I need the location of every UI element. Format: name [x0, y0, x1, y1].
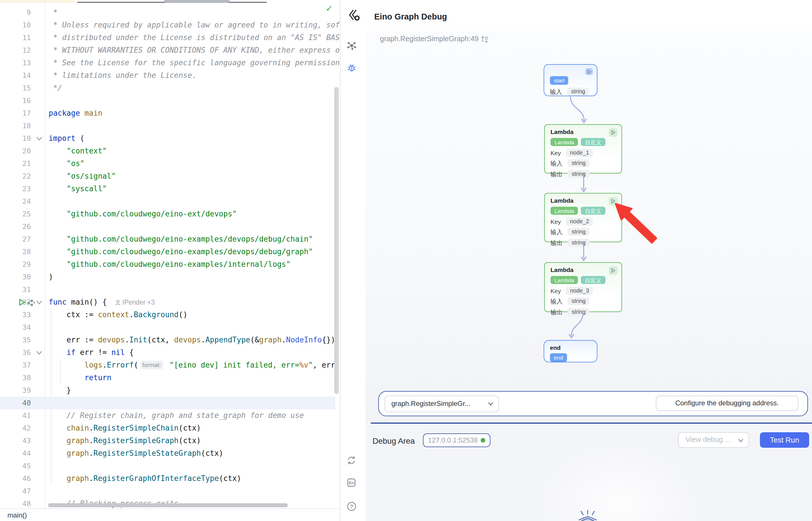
node-play-button[interactable]	[609, 266, 617, 275]
code-line[interactable]: 28 "github.com/cloudwego/eino-examples/d…	[0, 246, 335, 258]
configure-address-button[interactable]: Configure the debugging address.	[656, 395, 798, 411]
node-play-button[interactable]	[609, 128, 617, 137]
profiler-icon[interactable]	[27, 299, 35, 306]
code-line[interactable]: 16	[0, 94, 335, 107]
code-line[interactable]: 30)	[0, 271, 335, 284]
graph-node-node_2[interactable]: LambdaLambda自定义Keynode_2输入string输出string	[544, 193, 622, 242]
code-line[interactable]: 45	[0, 460, 335, 472]
code-line[interactable]: 14 * limitations under the License.	[0, 69, 335, 82]
code-line[interactable]: 10 * Unless required by applicable law o…	[0, 19, 335, 31]
code-line[interactable]: 26	[0, 221, 335, 233]
code-line[interactable]: 23 "syscall"	[0, 183, 335, 195]
code-line[interactable]: 34	[0, 321, 335, 334]
code-line[interactable]: 25 "github.com/cloudwego/eino-ext/devops…	[0, 208, 335, 221]
code-text: ctx := context.Background()	[49, 309, 187, 321]
graph-select-dropdown[interactable]: graph.RegisterSimpleGr...	[385, 395, 499, 412]
code-line[interactable]: 15 */	[0, 82, 335, 94]
code-line[interactable]: 46 graph.RegisterGraphOfInterfaceType(ct…	[0, 472, 335, 485]
code-line[interactable]: 9 *	[0, 6, 335, 19]
code-line[interactable]: 32func main() {IPender +3	[0, 296, 335, 309]
code-text: "context"	[49, 145, 107, 157]
code-line[interactable]: 43 graph.RegisterSimpleGraph(ctx)	[0, 434, 335, 447]
editor-horizontal-scrollbar[interactable]	[48, 503, 288, 507]
code-line[interactable]: 24	[0, 195, 335, 208]
line-number: 10	[0, 19, 31, 31]
node-badge: 自定义	[581, 207, 605, 215]
line-number: 13	[0, 57, 31, 69]
run-main-icon[interactable]	[18, 298, 26, 306]
fold-chevron-icon[interactable]	[36, 350, 42, 356]
code-line[interactable]: 36 if err != nil {	[0, 346, 335, 359]
test-run-button[interactable]: Test Run	[760, 432, 809, 448]
code-line[interactable]: 38 return	[0, 371, 335, 384]
code-line[interactable]: 33 ctx := context.Background()	[0, 309, 335, 321]
breadcrumb-bar: main()	[0, 508, 340, 521]
editor-vertical-scrollbar[interactable]	[334, 87, 339, 394]
io-label: 输入	[550, 298, 563, 304]
io-label: 输出	[550, 308, 563, 315]
chevron-down-icon	[738, 438, 743, 443]
fold-chevron-icon[interactable]	[36, 300, 42, 305]
io-label: 输出	[550, 239, 563, 246]
code-line[interactable]: 12 * WITHOUT WARRANTIES OR CONDITIONS OF…	[0, 44, 335, 57]
node-badge: Lambda	[550, 276, 578, 284]
code-text: logs.Errorf(format: "[eino dev] init fai…	[49, 359, 340, 371]
io-value-pill: string	[568, 308, 590, 316]
node-type-pill: end	[550, 353, 567, 362]
node-play-button[interactable]	[609, 197, 617, 206]
code-line[interactable]: 18	[0, 120, 335, 132]
code-line[interactable]: 42 chain.RegisterSimpleChain(ctx)	[0, 422, 335, 434]
code-line[interactable]: 39 }	[0, 384, 335, 397]
code-line[interactable]: 21 "os"	[0, 157, 335, 170]
graph-node-node_1[interactable]: LambdaLambda自定义Keynode_1输入string输出string	[544, 124, 622, 174]
code-lines: 9 *10 * Unless required by applicable la…	[0, 0, 340, 521]
graph-node-node_3[interactable]: LambdaLambda自定义Keynode_3输入string输出string	[544, 262, 622, 312]
code-line[interactable]: 35 err := devops.Init(ctx, devops.Append…	[0, 334, 335, 346]
code-line[interactable]: 19import (	[0, 132, 335, 145]
line-number: 16	[0, 94, 31, 107]
code-text: // Register chain, graph and state_graph…	[49, 409, 304, 422]
code-editor[interactable]: 9 *10 * Unless required by applicable la…	[0, 0, 340, 521]
code-line[interactable]: 37 logs.Errorf(format: "[eino dev] init …	[0, 359, 335, 371]
code-text: "github.com/cloudwego/eino-examples/devo…	[49, 233, 313, 246]
code-line[interactable]: 27 "github.com/cloudwego/eino-examples/d…	[0, 233, 335, 246]
io-value-pill: string	[568, 228, 590, 236]
code-line[interactable]: 17package main	[0, 107, 335, 120]
io-label: Key	[550, 149, 561, 156]
help-icon[interactable]: ?	[347, 501, 357, 514]
view-debug-dropdown[interactable]: View debug ...	[678, 432, 749, 448]
debug-address-badge[interactable]: 127.0.0.1:52538	[423, 433, 491, 447]
section-divider	[371, 423, 812, 423]
node-play-button[interactable]	[586, 68, 593, 75]
code-line[interactable]: 31	[0, 284, 335, 296]
code-text: import (	[49, 132, 85, 145]
graph-node-start[interactable]: start输入string	[544, 64, 597, 96]
code-text: */	[49, 82, 62, 94]
code-line[interactable]: 11 * distributed under the License is di…	[0, 31, 335, 44]
codelens-author-hint: IPender +3	[115, 299, 155, 306]
code-line[interactable]: 29 "github.com/cloudwego/eino-examples/i…	[0, 258, 335, 271]
breadcrumb[interactable]: main()	[7, 511, 27, 519]
graph-node-end[interactable]: endend	[544, 340, 597, 362]
line-number: 9	[0, 6, 31, 19]
code-line[interactable]: 20 "context"	[0, 145, 335, 157]
line-number: 34	[0, 321, 31, 334]
debug-bug-icon[interactable]	[347, 63, 357, 75]
sort-lines-icon[interactable]	[481, 35, 489, 45]
node-io-row: 输入string	[550, 87, 591, 95]
graph-select-value: graph.RegisterSimpleGr...	[391, 399, 470, 407]
line-number: 45	[0, 460, 31, 472]
graph-nodes-icon[interactable]	[347, 41, 357, 53]
code-line[interactable]: 41 // Register chain, graph and state_gr…	[0, 409, 335, 422]
code-line[interactable]: 44 graph.RegisterSimpleStateGraph(ctx)	[0, 447, 335, 460]
code-text: "github.com/cloudwego/eino-examples/inte…	[49, 258, 290, 271]
sync-icon[interactable]	[347, 456, 356, 467]
code-line[interactable]: 40	[0, 397, 335, 409]
code-line[interactable]: 22 "os/signal"	[0, 170, 335, 183]
language-en-icon[interactable]: En	[347, 478, 356, 490]
code-line[interactable]: 13 * See the License for the specific la…	[0, 57, 335, 69]
panel-title: Eino Graph Debug	[374, 11, 447, 22]
code-line[interactable]: 47	[0, 485, 335, 498]
code-text: graph.RegisterSimpleStateGraph(ctx)	[49, 447, 223, 460]
fold-chevron-icon[interactable]	[36, 136, 42, 141]
